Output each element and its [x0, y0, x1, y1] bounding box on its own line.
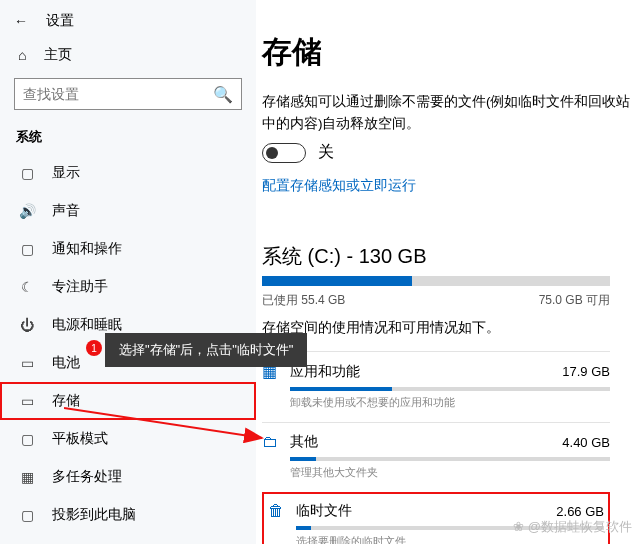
category-other[interactable]: 🗀其他4.40 GB 管理其他大文件夹 [262, 422, 610, 492]
home-icon: ⌂ [18, 47, 26, 63]
storage-icon: ▭ [18, 393, 36, 409]
step-badge-1: 1 [86, 340, 102, 356]
tablet-icon: ▢ [18, 431, 36, 447]
focus-icon: ☾ [18, 279, 36, 295]
display-icon: ▢ [18, 165, 36, 181]
search-input[interactable] [23, 86, 213, 102]
battery-icon: ▭ [18, 355, 36, 371]
home-row[interactable]: ⌂ 主页 [0, 40, 256, 74]
back-row[interactable]: ← 设置 [0, 12, 256, 40]
back-icon: ← [14, 13, 28, 29]
drive-title: 系统 (C:) - 130 GB [262, 243, 640, 270]
drive-bar [262, 276, 610, 286]
sidebar-item-sound[interactable]: 🔊声音 [0, 192, 256, 230]
section-system: 系统 [0, 124, 256, 154]
settings-label: 设置 [46, 12, 74, 30]
folder-icon: 🗀 [262, 433, 290, 451]
free-label: 75.0 GB 可用 [539, 292, 610, 309]
sidebar-item-display[interactable]: ▢显示 [0, 154, 256, 192]
page-title: 存储 [262, 32, 640, 73]
page-desc: 存储感知可以通过删除不需要的文件(例如临时文件和回收站中的内容)自动释放空间。 [262, 91, 640, 134]
sidebar-item-project[interactable]: ▢投影到此电脑 [0, 496, 256, 534]
power-icon: ⏻ [18, 317, 36, 333]
home-label: 主页 [44, 46, 72, 64]
search-input-container[interactable]: 🔍 [14, 78, 242, 110]
sidebar-item-focus[interactable]: ☾专注助手 [0, 268, 256, 306]
sidebar-item-tablet[interactable]: ▢平板模式 [0, 420, 256, 458]
usage-hint: 存储空间的使用情况和可用情况如下。 [262, 319, 640, 337]
multitask-icon: ▦ [18, 469, 36, 485]
trash-icon: 🗑 [268, 502, 296, 520]
sidebar-item-storage[interactable]: ▭存储 [0, 382, 256, 420]
sidebar-item-multitask[interactable]: ▦多任务处理 [0, 458, 256, 496]
sidebar-item-notifications[interactable]: ▢通知和操作 [0, 230, 256, 268]
search-icon: 🔍 [213, 85, 233, 104]
category-apps[interactable]: ▦应用和功能17.9 GB 卸载未使用或不想要的应用和功能 [262, 351, 610, 422]
project-icon: ▢ [18, 507, 36, 523]
config-link[interactable]: 配置存储感知或立即运行 [262, 177, 640, 195]
category-temp[interactable]: 🗑临时文件2.66 GB 选择要删除的临时文件 [262, 492, 610, 544]
toggle-label: 关 [318, 142, 334, 163]
used-label: 已使用 55.4 GB [262, 292, 345, 309]
sound-icon: 🔊 [18, 203, 36, 219]
notification-icon: ▢ [18, 241, 36, 257]
storage-sense-toggle[interactable] [262, 143, 306, 163]
instruction-tooltip: 选择"存储"后，点击"临时文件" [105, 333, 307, 367]
